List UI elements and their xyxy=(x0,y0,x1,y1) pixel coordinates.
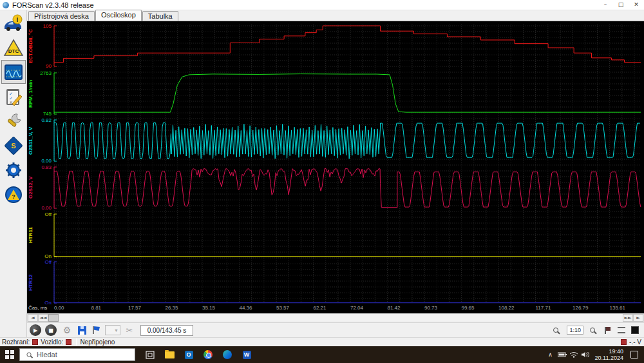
outlook-button[interactable]: O xyxy=(179,346,198,363)
time-tick: 90.73 xyxy=(424,305,437,311)
blue-flag-icon xyxy=(93,326,100,334)
word-icon: W xyxy=(243,351,251,359)
svg-text:✓: ✓ xyxy=(9,96,13,101)
sidebar-item-service[interactable] xyxy=(1,109,26,133)
tray-chevron-icon[interactable]: ∧ xyxy=(545,346,556,363)
svg-text:DTC: DTC xyxy=(8,48,19,54)
channel-max-ECT.OBDII, °C: 105 xyxy=(27,23,52,29)
svg-text:?: ? xyxy=(12,193,15,200)
channel-min-HTR12: On xyxy=(27,300,52,306)
scroll-left-fast-icon[interactable]: ◄◄ xyxy=(38,314,48,322)
voltage-indicator xyxy=(621,339,627,345)
outlook-icon: O xyxy=(185,351,193,359)
time-tick: 135.61 xyxy=(610,305,625,311)
scope-toolbar: ▶ ■ ⚙ ▼ ✂ 0.00/143.45 s 1:10 xyxy=(27,322,644,337)
time-tick: 44.36 xyxy=(240,305,252,311)
channel-label-HTR12: HTR12 xyxy=(28,262,35,303)
channel-label-RPM, 1/min: RPM, 1/min xyxy=(28,73,35,114)
wrench-icon xyxy=(3,112,24,131)
play-button[interactable]: ▶ xyxy=(30,324,41,336)
tab-tabulka[interactable]: Tabulka xyxy=(142,11,178,21)
maximize-button[interactable]: □ xyxy=(613,0,629,10)
time-tick: 117.71 xyxy=(536,305,551,311)
interface-label: Rozhraní: xyxy=(0,338,30,346)
sidebar-item-configuration[interactable]: S xyxy=(1,133,26,157)
svg-text:i: i xyxy=(16,16,18,23)
task-view-button[interactable] xyxy=(140,346,160,363)
edge-button[interactable] xyxy=(218,346,237,363)
scrollbar-track[interactable] xyxy=(59,314,623,322)
scroll-right-fast-icon[interactable]: ►► xyxy=(623,314,633,322)
scroll-right-icon[interactable]: ► xyxy=(633,314,643,322)
plot-hscrollbar[interactable]: ◄ ◄◄ ►► ► xyxy=(27,313,644,322)
settings-gear-button[interactable]: ⚙ xyxy=(61,324,73,337)
channel-max-HTR11: Off xyxy=(27,211,52,217)
chrome-button[interactable] xyxy=(198,346,218,363)
sidebar-item-dtc[interactable]: DTC xyxy=(1,35,26,59)
channel-max-HTR12: Off xyxy=(27,259,52,265)
channel-label-O2S12, V: O2S12, V xyxy=(28,167,35,208)
wifi-icon[interactable] xyxy=(568,346,580,363)
voltage-group: -.- V xyxy=(618,338,644,346)
app-logo-icon xyxy=(3,2,9,8)
scroll-left-icon[interactable]: ◄ xyxy=(28,314,38,322)
plot-grid xyxy=(54,25,641,303)
zoom-out-button[interactable] xyxy=(549,324,562,337)
tab-osciloskop[interactable]: Osciloskop xyxy=(95,10,142,21)
taskbar-search-input[interactable]: Hledat xyxy=(19,348,135,361)
sidebar-item-about[interactable]: ? xyxy=(1,182,26,206)
interface-status-indicator xyxy=(32,339,38,345)
scrollbar-thumb[interactable] xyxy=(48,314,59,322)
magnifier-plus-icon xyxy=(590,328,595,333)
oscilloscope-icon xyxy=(3,63,24,82)
time-tick: 126.79 xyxy=(573,305,588,311)
channel-label-O2S11_V, V: O2S11_V, V xyxy=(28,120,35,161)
window-controls: – □ ✕ xyxy=(598,0,644,10)
statusbar-divider xyxy=(76,338,77,346)
time-tick: 81.42 xyxy=(388,305,401,311)
trace-O2S11_V, V xyxy=(54,123,640,159)
file-explorer-button[interactable] xyxy=(160,346,179,363)
action-center-button[interactable] xyxy=(629,346,640,363)
time-axis-label: Čas, ms xyxy=(28,305,47,311)
windows-taskbar: Hledat O W ∧ 19:40 20.11.20 xyxy=(0,346,644,363)
sidebar-item-tests[interactable]: ✓✓ ✗ xyxy=(1,84,26,108)
channel-min-O2S12, V: 0.00 xyxy=(27,205,52,211)
marker-flag-icon[interactable] xyxy=(604,327,611,334)
windows-logo-icon xyxy=(5,350,14,359)
window-title: FORScan v2.3.48 release xyxy=(12,1,94,9)
speaker-icon[interactable] xyxy=(580,346,591,363)
axis-O2S11_V, V xyxy=(54,120,57,161)
recording-select[interactable]: ▼ xyxy=(105,325,120,335)
axis-O2S12, V xyxy=(54,167,57,208)
word-button[interactable]: W xyxy=(237,346,256,363)
chrome-icon xyxy=(204,350,213,359)
stop-button[interactable]: ■ xyxy=(45,324,57,336)
sidebar: i DTC ✓✓ ✗ xyxy=(0,10,27,337)
zoom-scale-display: 1:10 xyxy=(567,326,583,335)
grid-lines-icon[interactable] xyxy=(618,327,625,333)
open-recording-button[interactable] xyxy=(90,324,103,337)
sidebar-item-vehicle-info[interactable]: i xyxy=(1,11,26,35)
search-icon xyxy=(26,352,31,357)
zoom-in-button[interactable] xyxy=(586,324,599,337)
task-view-icon xyxy=(146,351,155,359)
taskbar-clock[interactable]: 19:40 20.11.2024 xyxy=(595,348,623,361)
battery-icon[interactable] xyxy=(556,346,568,363)
clock-date: 20.11.2024 xyxy=(595,355,623,361)
minimize-button[interactable]: – xyxy=(598,0,613,10)
axis-HTR11 xyxy=(54,214,57,257)
save-recording-button[interactable] xyxy=(75,324,88,337)
sidebar-item-settings[interactable] xyxy=(1,158,26,182)
oscilloscope-plot[interactable]: Čas, ms 0.008.8117.5726.3535.1544.3653.5… xyxy=(27,21,644,313)
cut-button[interactable]: ✂ xyxy=(123,324,136,337)
title-bar: FORScan v2.3.48 release – □ ✕ xyxy=(0,0,644,10)
tests-clipboard-icon: ✓✓ ✗ xyxy=(3,87,24,106)
time-tick: 53.57 xyxy=(276,305,289,311)
background-color-icon[interactable] xyxy=(631,326,639,334)
sidebar-item-oscilloscope[interactable] xyxy=(1,60,26,84)
close-button[interactable]: ✕ xyxy=(629,0,644,10)
dtc-triangle-icon: DTC xyxy=(3,38,24,57)
start-button[interactable] xyxy=(0,346,19,363)
tab-p-strojov-deska[interactable]: Přístrojová deska xyxy=(28,11,95,21)
